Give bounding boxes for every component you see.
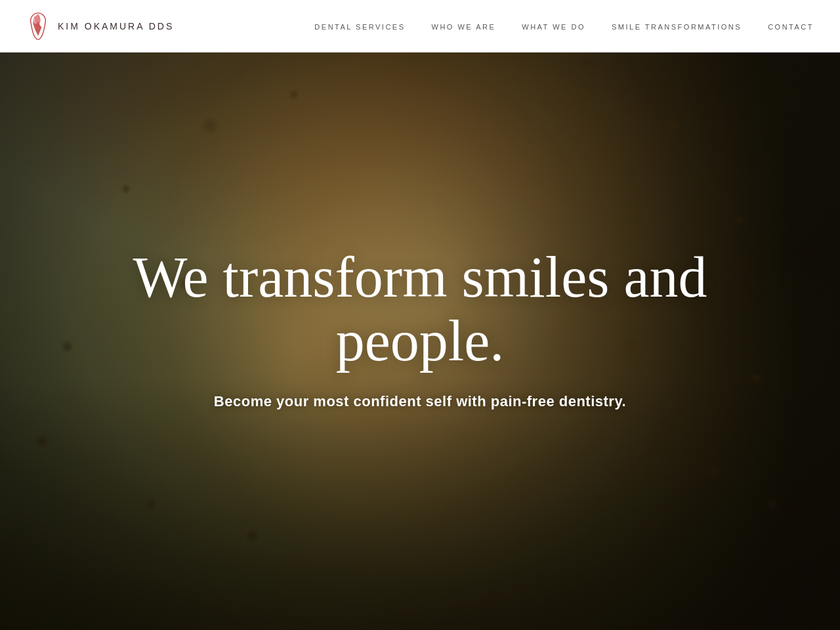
nav-item-smile-transformations[interactable]: SMILE TRANSFORMATIONS: [612, 20, 742, 32]
logo-link[interactable]: KIM OKAMURA DDS: [26, 12, 174, 41]
logo-text: KIM OKAMURA DDS: [58, 21, 174, 32]
nav-item-who-we-are[interactable]: WHO WE ARE: [432, 20, 496, 32]
hero-subheadline: Become your most confident self with pai…: [214, 393, 626, 410]
logo-icon: [26, 12, 50, 41]
nav-divider: [0, 52, 840, 52]
hero-content: We transform smiles and people. Become y…: [0, 0, 840, 630]
nav-link-contact[interactable]: CONTACT: [768, 23, 814, 31]
nav-link-what-we-do[interactable]: WHAT WE DO: [522, 23, 585, 31]
nav-link-who-we-are[interactable]: WHO WE ARE: [432, 23, 496, 31]
nav-item-contact[interactable]: CONTACT: [768, 20, 814, 32]
hero-section: We transform smiles and people. Become y…: [0, 0, 840, 630]
nav-item-dental-services[interactable]: DENTAL SERVICES: [314, 20, 405, 32]
nav-link-dental-services[interactable]: DENTAL SERVICES: [314, 23, 405, 31]
nav-links: DENTAL SERVICES WHO WE ARE WHAT WE DO SM…: [314, 20, 814, 32]
navbar: KIM OKAMURA DDS DENTAL SERVICES WHO WE A…: [0, 0, 840, 52]
nav-item-what-we-do[interactable]: WHAT WE DO: [522, 20, 585, 32]
hero-headline: We transform smiles and people.: [125, 246, 715, 373]
nav-link-smile-transformations[interactable]: SMILE TRANSFORMATIONS: [612, 23, 742, 31]
